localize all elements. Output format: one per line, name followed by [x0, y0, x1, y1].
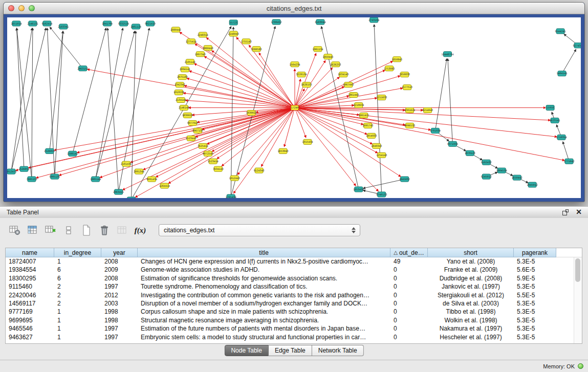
graph-node[interactable]: 2094141: [180, 67, 190, 72]
graph-node[interactable]: 1791934: [430, 128, 441, 133]
column-header-in-degree[interactable]: in_degree: [54, 248, 101, 257]
graph-node[interactable]: 2067133: [192, 128, 203, 133]
table-select-combo[interactable]: citations_edges.txt: [159, 224, 360, 236]
graph-node[interactable]: 2183341: [58, 24, 69, 29]
graph-node[interactable]: 1404141: [557, 71, 568, 76]
graph-node[interactable]: 2526055: [44, 148, 55, 154]
scrollbar-thumb[interactable]: [575, 258, 580, 282]
graph-node[interactable]: 1860443: [203, 46, 213, 51]
graph-node[interactable]: 1880442: [170, 27, 181, 32]
column-header-year[interactable]: year: [101, 248, 138, 257]
graph-node[interactable]: 1061427: [358, 113, 369, 118]
graph-node[interactable]: 9154043: [422, 108, 433, 113]
tab-node-table[interactable]: Node Table: [224, 345, 269, 356]
graph-node[interactable]: 19448794: [441, 52, 453, 57]
table-panel-header[interactable]: Table Panel ✕: [0, 206, 588, 218]
network-graph[interactable]: 1724018804422248314127541418604431997343…: [7, 17, 581, 198]
graph-node[interactable]: 2248314: [198, 32, 208, 37]
new-column-icon[interactable]: [44, 224, 57, 236]
graph-node[interactable]: 1850443: [322, 54, 333, 59]
table-row[interactable]: 1872400712008Changes of HCN gene express…: [6, 257, 574, 266]
column-header-pagerank[interactable]: pagerank: [514, 248, 556, 257]
graph-node[interactable]: 1275414: [186, 39, 197, 44]
graph-node[interactable]: 1211633: [376, 95, 387, 100]
graph-node[interactable]: 9012473: [7, 169, 16, 174]
table-row[interactable]: 1830029562008Estimation of significance …: [6, 274, 574, 282]
table-row[interactable]: 1456911722003Disruption of a novel membe…: [6, 299, 574, 308]
graph-node[interactable]: 1264414: [159, 183, 170, 188]
graph-node[interactable]: 1953434: [353, 187, 364, 192]
graph-node[interactable]: 2260583: [251, 47, 262, 52]
graph-node[interactable]: 9245012: [481, 174, 492, 179]
graph-node[interactable]: 1564234: [290, 62, 300, 67]
table-row[interactable]: 1938455462009Genome-wide association stu…: [6, 266, 574, 274]
float-panel-icon[interactable]: [562, 209, 569, 215]
graph-node[interactable]: 9021410: [145, 21, 156, 26]
graph-node[interactable]: 1765434: [226, 194, 236, 198]
select-columns-icon[interactable]: [26, 224, 39, 236]
graph-node[interactable]: 1830023: [182, 113, 193, 118]
tab-network-table[interactable]: Network Table: [312, 345, 364, 356]
graph-node[interactable]: 1651014: [11, 21, 21, 26]
graph-node[interactable]: 9124343: [254, 168, 265, 173]
column-header-name[interactable]: name: [6, 248, 54, 257]
delete-icon[interactable]: [98, 224, 111, 236]
graph-node[interactable]: 1342342: [175, 82, 185, 87]
minimize-window-icon[interactable]: [18, 5, 25, 11]
graph-node[interactable]: 7634143: [213, 166, 224, 171]
column-header-title[interactable]: title: [138, 248, 390, 257]
graph-node[interactable]: 9072543: [203, 151, 213, 156]
close-panel-icon[interactable]: ✕: [576, 208, 582, 216]
graph-node[interactable]: 1626153: [301, 82, 312, 87]
graph-node[interactable]: 2063415: [113, 189, 124, 194]
graph-node[interactable]: 1577513: [402, 85, 412, 90]
graph-node[interactable]: 2146143: [179, 105, 189, 111]
graph-node[interactable]: 2181434: [121, 161, 132, 166]
close-window-icon[interactable]: [8, 5, 14, 11]
column-header-short[interactable]: short: [428, 248, 514, 257]
table-row[interactable]: 977716911998Corpus callosum shape and si…: [6, 308, 574, 316]
column-header-out-degree[interactable]: △ out_de…: [390, 248, 428, 257]
graph-node[interactable]: 7850833: [399, 72, 410, 77]
graph-node[interactable]: 1771042: [564, 159, 575, 164]
graph-node[interactable]: 1854933: [366, 133, 377, 138]
graph-node[interactable]: 1523443: [186, 136, 197, 141]
graph-node[interactable]: 9077913: [187, 120, 198, 125]
graph-node[interactable]: 1905144: [90, 177, 101, 182]
graph-node[interactable]: 1895743: [362, 123, 373, 128]
table-row[interactable]: 2242004622012Investigating the contribut…: [6, 291, 574, 299]
graph-node[interactable]: 9091434: [146, 177, 157, 182]
window-titlebar[interactable]: citations_edges.txt: [4, 3, 584, 14]
graph-node[interactable]: 1626253: [330, 62, 341, 67]
graph-node[interactable]: 2045012: [527, 182, 538, 187]
graph-node[interactable]: 1755143: [241, 39, 252, 44]
import-table-icon[interactable]: [116, 224, 129, 236]
graph-node[interactable]: 2091344: [134, 169, 144, 174]
graph-node[interactable]: 1879123: [465, 150, 475, 156]
graph-node[interactable]: 2210634: [353, 103, 364, 108]
graph-node[interactable]: 1653043: [278, 148, 289, 154]
table-row[interactable]: 946554611997Estimation of the future num…: [6, 324, 574, 333]
tab-edge-table[interactable]: Edge Table: [269, 345, 312, 356]
graph-node[interactable]: 9274341: [573, 43, 581, 48]
graph-node[interactable]: 1912443: [229, 176, 240, 181]
graph-node[interactable]: 1254143: [376, 152, 387, 158]
graph-node[interactable]: 15958: [546, 105, 554, 111]
graph-node[interactable]: 3220134: [296, 72, 307, 77]
table-row[interactable]: 946362711997Embryonic stem cells: a mode…: [6, 333, 574, 341]
graph-node[interactable]: 2134144: [176, 98, 186, 103]
table-row[interactable]: 911546021997Tourette syndrome. Phenomeno…: [6, 282, 574, 291]
graph-node[interactable]: 2526051: [18, 166, 29, 171]
graph-node[interactable]: 9031424: [126, 197, 137, 198]
graph-node[interactable]: 8740133: [376, 192, 387, 197]
graph-node[interactable]: 1850843: [391, 57, 402, 62]
graph-node[interactable]: 1700452: [271, 19, 282, 25]
graph-node[interactable]: 2146131: [27, 21, 38, 26]
graph-node[interactable]: 17240: [291, 105, 299, 111]
graph-node[interactable]: 9544241: [555, 29, 566, 34]
graph-node[interactable]: 9102414: [41, 21, 52, 26]
graph-node[interactable]: 1830022: [246, 110, 257, 115]
graph-node[interactable]: 5905135: [49, 174, 60, 179]
graph-node[interactable]: 1919533: [173, 90, 184, 95]
graph-node[interactable]: 7905153: [26, 177, 37, 182]
